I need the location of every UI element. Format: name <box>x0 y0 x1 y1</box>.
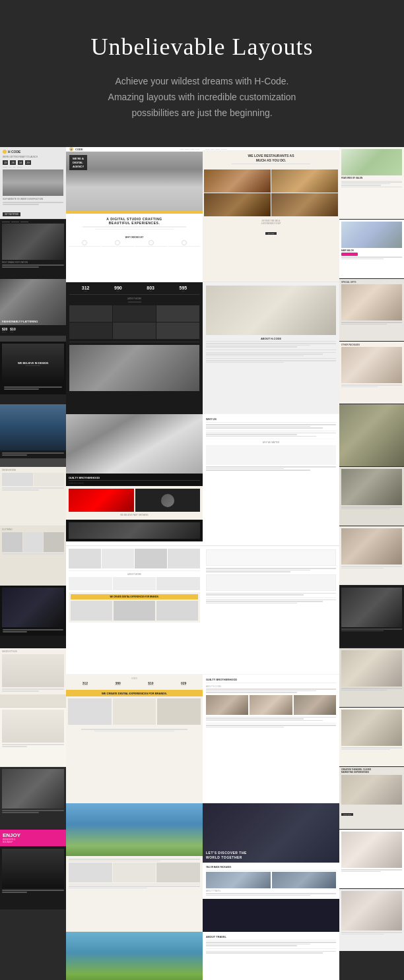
thumb-c3-4 <box>203 546 339 675</box>
column-3: HOME MENU ABOUT CONTACT WE LOVE RESTAURA… <box>203 147 339 980</box>
thumb-c1-11 <box>0 767 66 830</box>
column-1: H CODE WE'RE GETTING READY TO LAUNCH 19 … <box>0 147 66 980</box>
thumb-c3-5: GUILTY BROTHERHOOD ABOUT H-CODE <box>203 675 339 803</box>
thumb-c4-5 <box>339 404 404 467</box>
thumb-c1-10 <box>0 708 66 767</box>
thumb-c3-3: WHY US WHY WE MATTER <box>203 414 339 546</box>
thumb-c1-1: H CODE WE'RE GETTING READY TO LAUNCH 19 … <box>0 147 66 220</box>
thumb-c2-5: STATS 312 380 $10 029 WE CREATE DIGITAL … <box>66 675 203 803</box>
thumb-c3-2: ABOUT H-CODE <box>203 282 339 414</box>
thumb-c4-1: FEATURES OF SALON <box>339 147 404 220</box>
thumb-c4-10 <box>339 708 404 767</box>
thumb-c1-5 <box>0 404 66 467</box>
page-subtitle: Achieve your wildest dreams with H-Code.… <box>40 74 364 121</box>
thumb-c4-2: HAIR SALON <box>339 220 404 279</box>
thumb-c4-7 <box>339 526 404 586</box>
thumb-c1-2: RENT BRAND REPUTATION <box>0 220 66 279</box>
thumb-c3-6: LET'S DISCOVER THEWORLD TOGETHER TAILOR … <box>203 803 339 932</box>
thumb-c4-11: CREATIVE THINKERS, CLEVERMARKETING SUPER… <box>339 767 404 830</box>
thumb-c4-13 <box>339 889 404 952</box>
thumb-c2-7: H CODE EXPLORE THEPOWER OF HCODE <box>66 932 203 980</box>
thumb-c1-8 <box>0 586 66 648</box>
thumb-c1-13 <box>0 847 66 909</box>
thumb-c2-2: 312ITEM 990ITEM 803ITEM 595ITEM Latest W… <box>66 282 203 414</box>
thumb-c1-12: ENJOY WONDERFUL ROUNDUP <box>0 830 66 847</box>
thumb-c3-1: HOME MENU ABOUT CONTACT WE LOVE RESTAURA… <box>203 147 339 282</box>
thumb-c1-4: WE BELIEVE IN DESIGN THAT COMMUNICATES <box>0 342 66 404</box>
logo-circle <box>3 150 7 154</box>
page-title: Unbelievable Layouts <box>40 33 364 61</box>
thumb-c4-4: OTHER PACKAGES <box>339 342 404 404</box>
column-4: FEATURES OF SALON HAIR SALON <box>339 147 404 980</box>
thumb-c2-3: GUILTY BROTHERHOOD WE BELIEVE IN DESIGN … <box>66 414 203 546</box>
thumb-c3-7: ABOUT TRAVEL <box>203 932 339 980</box>
thumb-c2-4: Latest Work WE CREATE DIGITAL EXPERIENCE… <box>66 546 203 675</box>
thumb-c1-9: Shoes Styles <box>0 648 66 708</box>
thumb-c2-1: H CODE HOME ABOUT WORK BLOG WE'RE ADIGIT… <box>66 147 203 282</box>
column-2: H CODE HOME ABOUT WORK BLOG WE'RE ADIGIT… <box>66 147 203 980</box>
thumb-c4-9 <box>339 648 404 708</box>
screenshots-grid: H CODE WE'RE GETTING READY TO LAUNCH 19 … <box>0 147 404 980</box>
thumb-c4-8 <box>339 586 404 648</box>
thumb-c1-6: SHOES ROOM <box>0 467 66 526</box>
thumb-c1-7: CLOTHING <box>0 526 66 586</box>
thumb-c4-3: SPECIAL GIFTS <box>339 279 404 342</box>
header-section: Unbelievable Layouts Achieve your wildes… <box>0 0 404 147</box>
thumb-c4-12 <box>339 830 404 889</box>
thumb-c4-6 <box>339 467 404 526</box>
page-container: Unbelievable Layouts Achieve your wildes… <box>0 0 404 980</box>
thumb-c1-3: FASHIONABLY FLATTERING $20RETAIL $10SALE <box>0 279 66 342</box>
thumb-c2-6 <box>66 803 203 932</box>
